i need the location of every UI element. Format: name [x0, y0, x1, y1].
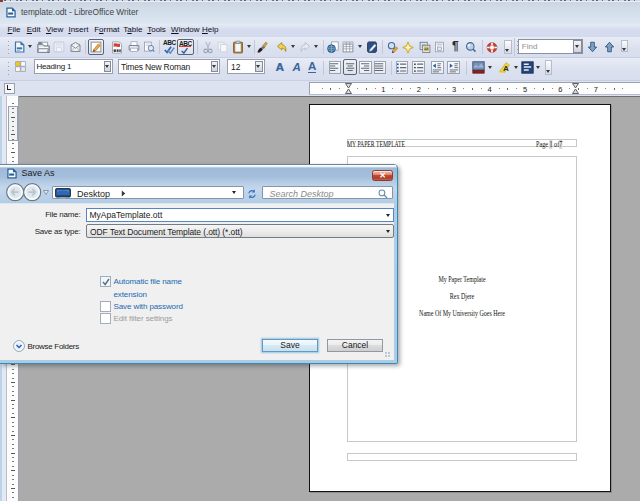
svg-text:A: A [503, 64, 509, 73]
